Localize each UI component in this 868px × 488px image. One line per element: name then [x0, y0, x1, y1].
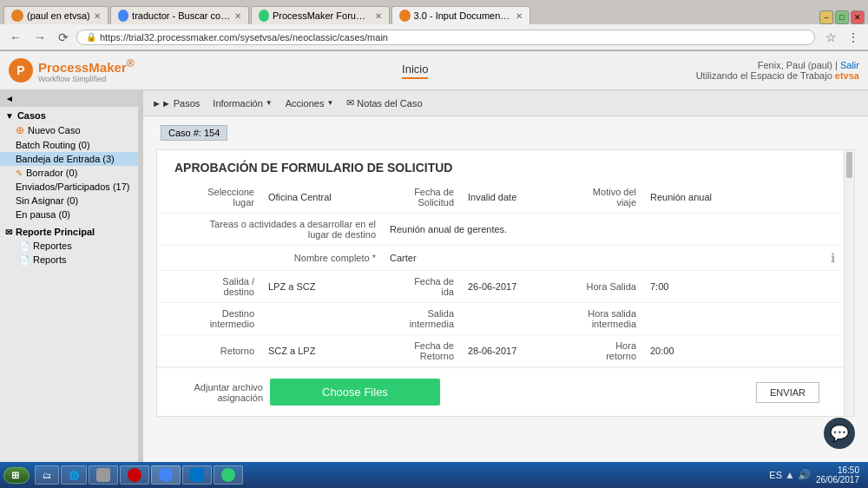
taskbar-item-2[interactable]: 🌐 — [61, 465, 87, 485]
notas-button[interactable]: ✉ Notas del Caso — [346, 97, 422, 109]
tab-4[interactable]: 3.0 - Input Documents |... ✕ — [391, 6, 530, 24]
win-minimize[interactable]: – — [819, 10, 833, 24]
enviar-button[interactable]: ENVIAR — [756, 382, 819, 403]
forward-button[interactable]: → — [30, 29, 50, 46]
notas-label: Notas del Caso — [357, 98, 422, 109]
tab-1-close[interactable]: ✕ — [94, 11, 101, 21]
start-button[interactable]: ⊞ — [3, 467, 30, 484]
acciones-label: Acciones — [286, 98, 325, 109]
app-header: P ProcessMaker® Workflow Simplified Inic… — [0, 51, 868, 90]
sidebar-item-sin-asignar[interactable]: Sin Asignar (0) — [0, 194, 138, 208]
address-input[interactable]: 🔒 https://trial32.processmaker.com/syset… — [76, 30, 815, 45]
sidebar-item-enviados[interactable]: Enviados/Participados (17) — [0, 180, 138, 194]
acciones-arrow-icon: ▼ — [326, 99, 333, 107]
taskbar-item-1[interactable]: 🗂 — [35, 465, 59, 485]
sidebar-item-reports[interactable]: 📄 Reports — [0, 253, 138, 267]
choose-files-button[interactable]: Choose Files — [270, 379, 440, 406]
reportes-label: Reportes — [33, 241, 133, 251]
informacion-button[interactable]: Información ▼ — [213, 98, 272, 109]
volume-icon: 🔊 — [798, 469, 811, 481]
clock-date: 26/06/2017 — [816, 475, 859, 485]
hora-retorno-value: 20:00 — [643, 335, 842, 367]
sidebar-expand-icon[interactable]: ◄ — [5, 94, 14, 103]
workspace-name: etvsa — [835, 70, 859, 81]
taskbar-item-1-icon: 🗂 — [43, 471, 51, 480]
sidebar-item-en-pausa[interactable]: En pausa (0) — [0, 208, 138, 221]
tab-4-close[interactable]: ✕ — [516, 11, 523, 21]
hora-salida-value: 7:00 — [643, 271, 842, 303]
taskbar-item-5[interactable] — [151, 465, 181, 485]
tab-1[interactable]: (paul en etvsa) ✕ — [3, 6, 108, 24]
file-upload-row: Adjuntar archivoasignación Choose Files … — [157, 367, 854, 416]
taskbar-item-2-icon: 🌐 — [69, 471, 79, 480]
browser-chrome: (paul en etvsa) ✕ traductor - Buscar con… — [0, 0, 868, 51]
borrador-label: Borrador (0) — [26, 168, 133, 178]
salida-value: LPZ a SCZ — [261, 271, 383, 303]
table-row: Seleccionelugar Oficina Central Fecha de… — [157, 181, 842, 214]
reports-icon: 📄 — [19, 255, 30, 265]
pasos-arrows-icon: ►► — [152, 98, 171, 109]
reports-label: Reports — [33, 254, 133, 265]
form-area: APROBACIÓN DE FORMULARIO DE SOLICITUD Se… — [143, 149, 868, 488]
content-toolbar: ►► Pasos Información ▼ Acciones ▼ ✉ Nota… — [143, 90, 868, 116]
taskbar-item-4-icon — [128, 468, 141, 482]
back-button[interactable]: ← — [5, 29, 26, 46]
nav-inicio[interactable]: Inicio — [402, 63, 428, 79]
logo-icon: P — [9, 58, 33, 82]
fecha-solicitud-value: Invalid date — [461, 181, 565, 214]
user-name: Fenix, Paul (paul) — [758, 60, 832, 70]
user-info: Fenix, Paul (paul) | Salir Utilizando el… — [696, 60, 859, 81]
acciones-button[interactable]: Acciones ▼ — [286, 98, 334, 109]
nombre-label: Nombre completo * — [157, 246, 383, 271]
browser-actions: ☆ ⋮ — [822, 30, 863, 45]
sidebar-item-reporte-principal[interactable]: ✉ Reporte Principal — [0, 225, 138, 239]
bookmark-btn[interactable]: ☆ — [822, 30, 840, 45]
taskbar-item-3[interactable] — [89, 465, 118, 485]
informacion-label: Información — [213, 98, 262, 109]
tab-2[interactable]: traductor - Buscar con G... ✕ — [110, 6, 249, 24]
sidebar-item-nuevo-caso[interactable]: ⊕ Nuevo Caso — [0, 122, 138, 138]
clock-time: 16:50 — [816, 465, 859, 475]
tab-1-favicon — [11, 10, 23, 22]
seleccione-value: Oficina Central — [261, 181, 383, 214]
logo-brand: ProcessMaker® — [38, 60, 135, 75]
taskbar-item-6[interactable] — [182, 465, 212, 485]
tareas-label: Tareas o actividades a desarrollar en el… — [157, 214, 383, 246]
tab-2-close[interactable]: ✕ — [234, 11, 241, 21]
sidebar-item-bandeja-entrada[interactable]: Bandeja de Entrada (3) — [0, 152, 138, 166]
motivo-viaje-label: Motivo delviaje — [565, 181, 643, 214]
case-number: 154 — [204, 128, 220, 138]
tareas-value: Reunión anual de gerentes. — [383, 214, 842, 246]
form-title: APROBACIÓN DE FORMULARIO DE SOLICITUD — [157, 150, 854, 181]
tab-3-close[interactable]: ✕ — [375, 11, 382, 21]
reload-button[interactable]: ⟳ — [54, 29, 73, 46]
informacion-arrow-icon: ▼ — [266, 99, 273, 107]
bandeja-entrada-label: Bandeja de Entrada (3) — [16, 154, 133, 164]
settings-btn[interactable]: ⋮ — [844, 30, 863, 45]
sidebar-item-borrador[interactable]: ✎ Borrador (0) — [0, 166, 138, 180]
retorno-label: Retorno — [157, 335, 261, 367]
pasos-button[interactable]: ►► Pasos — [152, 98, 200, 109]
hora-retorno-label: Horaretorno — [565, 335, 643, 367]
app-logo: P ProcessMaker® Workflow Simplified — [9, 57, 135, 83]
tab-4-label: 3.0 - Input Documents |... — [414, 10, 512, 21]
taskbar-item-3-icon — [96, 468, 110, 482]
sin-asignar-label: Sin Asignar (0) — [16, 195, 133, 206]
taskbar-item-6-icon — [190, 468, 204, 482]
sidebar-item-reportes[interactable]: 📄 Reportes — [0, 239, 138, 253]
sidebar-item-casos[interactable]: ▼ Casos — [0, 109, 138, 122]
start-icon: ⊞ — [11, 470, 19, 481]
taskbar-item-4[interactable] — [120, 465, 149, 485]
taskbar-item-7[interactable] — [214, 465, 243, 485]
tab-3[interactable]: ProcessMaker Forum | E... ✕ — [251, 6, 390, 24]
sidebar-casos-label: Casos — [17, 110, 133, 121]
salir-link[interactable]: Salir — [840, 60, 859, 70]
chat-button[interactable]: 💬 — [824, 418, 855, 449]
sidebar-item-batch-routing[interactable]: Batch Routing (0) — [0, 138, 138, 152]
fecha-retorno-value: 28-06-2017 — [461, 335, 565, 367]
main-content: ◄ ▼ Casos ⊕ Nuevo Caso Batch Routing (0)… — [0, 90, 868, 488]
win-maximize[interactable]: □ — [835, 10, 849, 24]
scrollbar[interactable] — [844, 150, 854, 416]
sidebar: ◄ ▼ Casos ⊕ Nuevo Caso Batch Routing (0)… — [0, 90, 139, 488]
win-close[interactable]: ✕ — [851, 10, 865, 24]
